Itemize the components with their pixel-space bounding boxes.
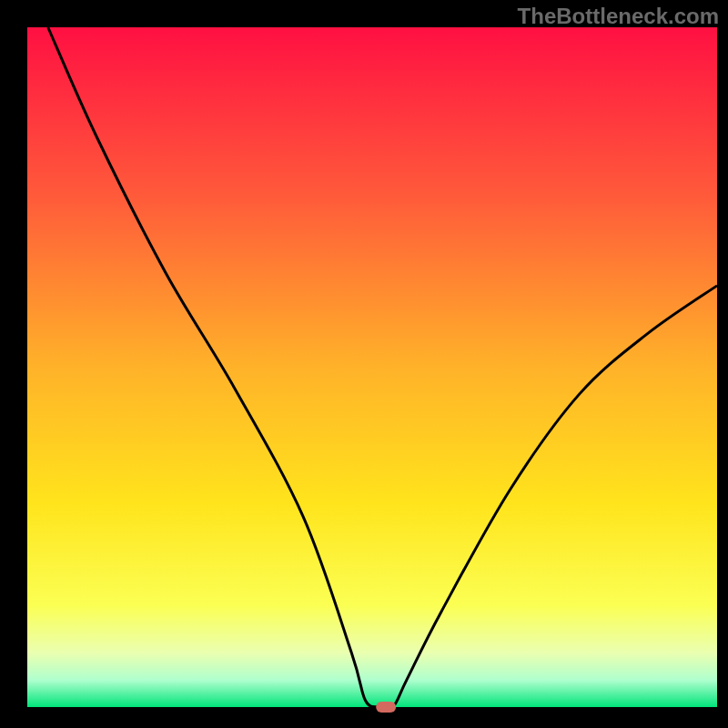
watermark-text: TheBottleneck.com [518,4,719,29]
plot-background [27,27,717,707]
chart-svg [0,0,728,728]
bottleneck-chart: TheBottleneck.com [0,0,728,728]
optimal-marker [376,702,396,713]
